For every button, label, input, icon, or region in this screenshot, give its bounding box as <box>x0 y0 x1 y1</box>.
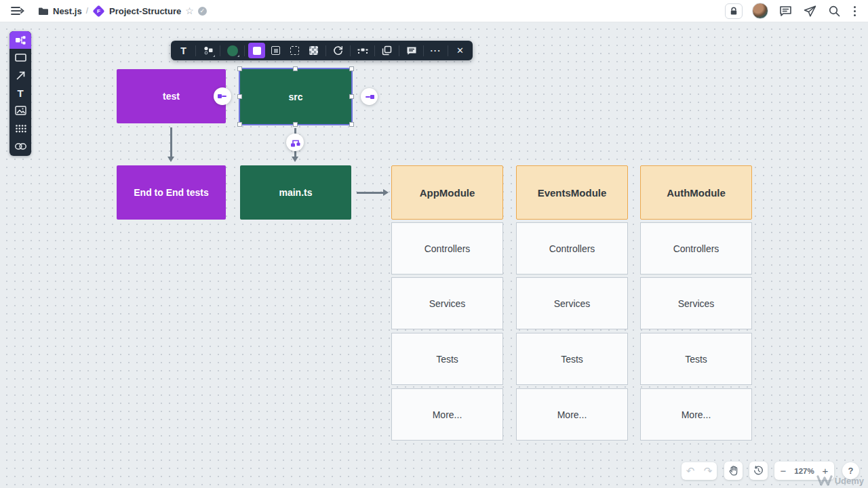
tool-flowchart[interactable] <box>9 31 31 49</box>
zoom-level[interactable]: 127% <box>792 462 816 480</box>
table-authmodule-row-controllers[interactable]: Controllers <box>640 222 752 274</box>
sync-status-icon: ✓ <box>198 7 207 16</box>
arrange-connector-button[interactable] <box>354 43 371 58</box>
table-eventsmodule-row-services[interactable]: Services <box>516 277 628 329</box>
table-eventsmodule-row-more[interactable]: More... <box>516 388 628 441</box>
fill-pattern-button[interactable] <box>305 43 322 58</box>
tool-image[interactable] <box>9 102 31 119</box>
close-toolbar-button[interactable]: ✕ <box>452 43 469 58</box>
fill-color-button[interactable] <box>224 43 241 58</box>
arrow-maints-to-appmodule[interactable] <box>357 192 384 194</box>
zoom-out-button[interactable]: − <box>774 462 792 480</box>
table-eventsmodule-header[interactable]: EventsModule <box>516 165 628 220</box>
share-icon[interactable] <box>802 3 817 18</box>
rotate-button[interactable] <box>330 43 347 58</box>
help-button[interactable]: ? <box>842 462 859 479</box>
selection-handle-s[interactable] <box>293 122 298 127</box>
tool-arrow[interactable] <box>9 66 31 84</box>
arrow-test-to-e2e[interactable] <box>170 127 172 157</box>
selection-handle-w[interactable] <box>237 94 242 99</box>
arrowhead-test-to-e2e <box>167 157 174 162</box>
hand-tool-button[interactable] <box>724 462 743 480</box>
diagram-canvas[interactable]: test src End to End tests main.t <box>0 22 868 488</box>
toolbar-separator <box>195 45 196 56</box>
toolbar-separator <box>326 45 326 56</box>
comment-button[interactable] <box>403 43 420 58</box>
tool-link[interactable] <box>9 137 31 156</box>
undo-icon: ↶ <box>686 465 695 477</box>
table-appmodule-row-services[interactable]: Services <box>391 277 503 329</box>
undo-button[interactable]: ↶ <box>682 462 699 480</box>
lock-button[interactable] <box>725 3 743 19</box>
table-appmodule-row-controllers[interactable]: Controllers <box>391 222 503 274</box>
table-authmodule-row-services[interactable]: Services <box>640 277 752 329</box>
toolbar-separator <box>399 45 399 56</box>
arrowhead-src-to-maints <box>292 157 298 162</box>
toolbar-separator <box>220 45 220 56</box>
zoom-in-button[interactable]: + <box>816 462 834 480</box>
context-toolbar: T ··· <box>171 41 473 60</box>
solid-fill-icon <box>253 47 261 55</box>
arrowhead-maints-to-appmodule <box>383 189 389 196</box>
table-appmodule-header[interactable]: AppModule <box>391 165 503 220</box>
tool-shapes-grid[interactable] <box>9 119 31 137</box>
breadcrumb-board[interactable]: Project-Structure <box>109 6 181 16</box>
topbar: Nest.js / F Project-Structure ☆ ✓ <box>0 0 868 22</box>
shape-src[interactable]: src <box>240 69 351 124</box>
selection-handle-se[interactable] <box>349 122 354 127</box>
favorite-star-icon[interactable]: ☆ <box>185 6 194 16</box>
shape-test[interactable]: test <box>117 69 226 123</box>
fill-outline-button[interactable] <box>286 43 303 58</box>
close-icon: ✕ <box>456 45 464 56</box>
selection-handle-n[interactable] <box>293 66 298 71</box>
table-appmodule-row-more[interactable]: More... <box>391 388 503 441</box>
connector-handle-out-icon[interactable] <box>214 87 231 105</box>
comments-icon[interactable] <box>778 3 793 18</box>
selection-handle-e[interactable] <box>349 94 354 99</box>
undo-redo-group: ↶ ↷ <box>682 462 717 480</box>
shape-maints[interactable]: main.ts <box>240 165 351 220</box>
plus-icon: + <box>823 465 829 476</box>
tool-text[interactable]: T <box>9 84 31 102</box>
selection-handle-nw[interactable] <box>237 66 242 71</box>
more-menu-icon[interactable] <box>851 6 859 16</box>
selection-handle-sw[interactable] <box>237 122 242 127</box>
minus-icon: − <box>781 465 787 476</box>
breadcrumb-separator: / <box>86 6 88 16</box>
sidebar-toggle-icon[interactable] <box>8 3 27 18</box>
redo-button[interactable]: ↷ <box>699 462 717 480</box>
dropdown-corner-icon <box>213 55 215 57</box>
shape-e2e-label: End to End tests <box>134 187 208 198</box>
redo-icon: ↷ <box>704 465 713 477</box>
tool-text-label: T <box>17 87 23 99</box>
connector-handle-in-icon[interactable] <box>361 88 378 105</box>
shape-end-to-end-tests[interactable]: End to End tests <box>117 165 226 220</box>
text-style-label: T <box>180 45 186 56</box>
board-icon-letter: F <box>97 7 100 14</box>
tool-rectangle[interactable] <box>9 49 31 66</box>
text-style-button[interactable]: T <box>175 43 192 58</box>
shape-style-button[interactable] <box>199 43 216 58</box>
history-icon <box>753 466 764 476</box>
breadcrumb-folder[interactable]: Nest.js <box>53 6 82 16</box>
dashed-outline-icon <box>290 46 299 55</box>
table-authmodule-header[interactable]: AuthModule <box>640 165 752 220</box>
fill-solid-button[interactable] <box>248 43 265 58</box>
shape-maints-label: main.ts <box>279 187 312 198</box>
table-authmodule-row-tests[interactable]: Tests <box>640 333 752 385</box>
fill-color-swatch <box>227 45 238 56</box>
more-options-button[interactable]: ··· <box>427 43 444 58</box>
table-eventsmodule-row-tests[interactable]: Tests <box>516 333 628 385</box>
toolbar-separator <box>350 45 351 56</box>
table-authmodule-row-more[interactable]: More... <box>640 388 752 441</box>
duplicate-button[interactable] <box>378 43 395 58</box>
table-eventsmodule-row-controllers[interactable]: Controllers <box>516 222 628 274</box>
branch-connector-icon[interactable] <box>286 134 304 151</box>
history-button[interactable] <box>749 462 768 480</box>
user-avatar[interactable] <box>752 3 768 19</box>
selection-handle-ne[interactable] <box>349 66 354 71</box>
table-appmodule-row-tests[interactable]: Tests <box>391 333 503 385</box>
fill-semi-button[interactable] <box>267 43 284 58</box>
search-icon[interactable] <box>827 3 842 18</box>
breadcrumb: Nest.js / F Project-Structure ☆ ✓ <box>38 6 207 16</box>
